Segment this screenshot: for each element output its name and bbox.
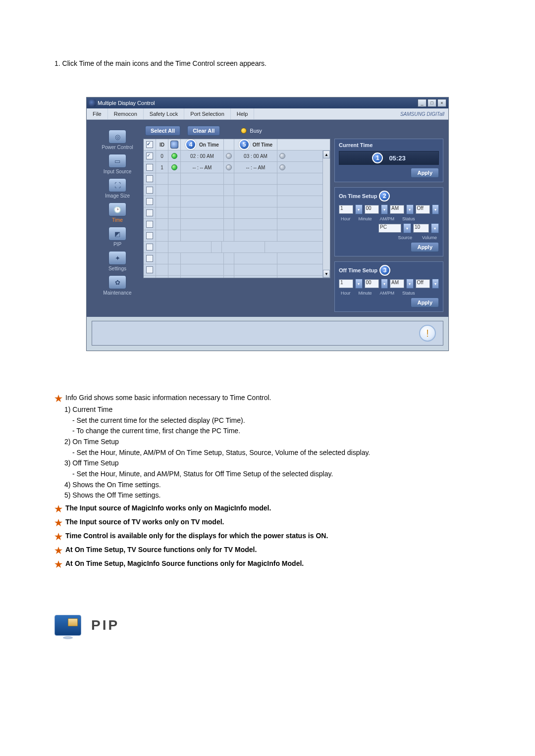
note-magicinfo-source: The Input source of MagicInfo works only…: [65, 504, 271, 512]
image-size-icon: ⛶: [108, 178, 126, 192]
current-time-title: Current Time: [339, 142, 373, 148]
dropdown-icon[interactable]: ▾: [431, 223, 439, 233]
scroll-up-icon[interactable]: ▲: [323, 151, 330, 158]
off-time-setup-panel: Off Time Setup 3 1▾ 00▾ AM▾ Off▾ Hour: [334, 261, 443, 312]
grid-scrollbar[interactable]: ▲ ▼: [322, 151, 330, 278]
row-checkbox[interactable]: [146, 175, 153, 182]
note-current-time-a: - Set the current time for the selected …: [72, 415, 481, 426]
row-checkbox[interactable]: [146, 255, 153, 262]
maintenance-icon: ✿: [108, 275, 126, 289]
row-checkbox[interactable]: [146, 152, 153, 159]
menu-port-selection[interactable]: Port Selection: [184, 108, 230, 119]
note-info-grid: Info Grid shows some basic information n…: [65, 394, 271, 402]
row-checkbox[interactable]: [146, 266, 153, 273]
busy-indicator: Busy: [241, 128, 262, 134]
off-time-hour-input[interactable]: 1: [339, 279, 353, 288]
note-magicinfo-model: At On Time Setup, MagicInfo Source funct…: [65, 559, 304, 567]
status-led-icon: [171, 153, 177, 159]
pip-screen-icon: [54, 615, 81, 636]
select-all-checkbox[interactable]: [146, 141, 153, 148]
clear-all-button[interactable]: Clear All: [187, 126, 220, 136]
dropdown-icon[interactable]: ▾: [406, 279, 413, 289]
column-header-off-time: 5 Off Time: [234, 139, 277, 150]
ampm-label: AM/PM: [380, 291, 395, 296]
row-id: 0: [156, 151, 168, 161]
note-on-time-a: - Set the Hour, Minute, AM/PM of On Time…: [72, 448, 481, 458]
menu-help[interactable]: Help: [231, 108, 255, 119]
close-button[interactable]: ×: [437, 99, 446, 107]
pip-icon: ◩: [108, 227, 126, 241]
minimize-button[interactable]: _: [418, 99, 427, 107]
note-off-time-a: - Set the Hour, Minute, and AM/PM, Statu…: [72, 469, 481, 480]
row-checkbox[interactable]: [146, 164, 153, 171]
row-checkbox[interactable]: [146, 198, 153, 205]
row-checkbox[interactable]: [146, 232, 153, 239]
dropdown-icon[interactable]: ▾: [403, 223, 411, 233]
table-row: [144, 276, 330, 278]
table-row[interactable]: 0 02 : 00 AM 03 : 00 AM: [144, 151, 330, 162]
callout-badge-5: 5: [239, 139, 250, 150]
sidebar-item-settings[interactable]: ✦ Settings: [93, 249, 142, 272]
off-time-title: Off Time Setup: [339, 267, 377, 273]
dropdown-icon[interactable]: ▾: [381, 279, 388, 289]
on-time-status-input[interactable]: Off: [416, 205, 430, 214]
busy-label: Busy: [250, 128, 262, 134]
apply-off-time-button[interactable]: Apply: [411, 298, 439, 307]
star-icon: ★: [54, 392, 62, 406]
table-row: [144, 173, 330, 185]
hour-label: Hour: [341, 216, 351, 221]
on-time-minute-input[interactable]: 00: [365, 205, 379, 214]
sidebar-item-label: Power Control: [102, 145, 133, 150]
on-time-source-input[interactable]: PC: [378, 224, 401, 233]
alert-icon: !: [419, 325, 436, 342]
on-time-ampm-input[interactable]: AM: [390, 205, 404, 214]
row-checkbox[interactable]: [146, 244, 153, 251]
callout-badge-1: 1: [372, 152, 383, 163]
row-ontime: 02 : 00 AM: [181, 151, 224, 161]
row-offtime: 03 : 00 AM: [234, 151, 277, 161]
offtime-status-icon: [279, 164, 285, 170]
sidebar-item-label: Settings: [108, 266, 126, 271]
off-time-status-input[interactable]: Off: [416, 279, 430, 288]
maximize-button[interactable]: □: [428, 99, 436, 107]
sidebar-item-image-size[interactable]: ⛶ Image Size: [93, 176, 142, 200]
ontime-status-icon: [226, 153, 232, 159]
sidebar-item-time[interactable]: 🕑 Time: [93, 201, 142, 224]
row-checkbox[interactable]: [146, 209, 153, 216]
time-icon: 🕑: [108, 202, 126, 216]
menu-file[interactable]: File: [87, 108, 108, 119]
dropdown-icon[interactable]: ▾: [381, 204, 388, 214]
menu-safety-lock[interactable]: Safety Lock: [144, 108, 184, 119]
dropdown-icon[interactable]: ▾: [432, 204, 439, 214]
status-label: Status: [402, 216, 415, 221]
off-time-minute-input[interactable]: 00: [365, 279, 379, 288]
dropdown-icon[interactable]: ▾: [432, 279, 439, 289]
column-header-id: ID: [156, 139, 168, 150]
sidebar-item-pip[interactable]: ◩ PIP: [93, 225, 142, 248]
row-checkbox[interactable]: [146, 187, 153, 194]
sidebar-item-maintenance[interactable]: ✿ Maintenance: [93, 273, 142, 297]
sidebar-item-power-control[interactable]: ◎ Power Control: [93, 128, 142, 151]
status-bar: !: [92, 321, 443, 346]
on-time-volume-input[interactable]: 10: [413, 224, 429, 233]
pip-heading: PIP: [91, 617, 119, 633]
scroll-down-icon[interactable]: ▼: [323, 270, 330, 278]
select-all-button[interactable]: Select All: [145, 126, 180, 136]
status-label: Status: [402, 291, 415, 296]
on-time-title: On Time Setup: [339, 193, 377, 199]
minute-label: Minute: [359, 291, 372, 296]
dropdown-icon[interactable]: ▾: [355, 279, 362, 289]
row-offtime: -- : -- AM: [234, 162, 277, 173]
apply-on-time-button[interactable]: Apply: [411, 242, 439, 252]
table-row[interactable]: 1 -- : -- AM -- : -- AM: [144, 162, 330, 173]
dropdown-icon[interactable]: ▾: [406, 204, 413, 214]
apply-current-time-button[interactable]: Apply: [411, 168, 439, 178]
dropdown-icon[interactable]: ▾: [355, 204, 362, 214]
star-icon: ★: [54, 544, 62, 558]
row-checkbox[interactable]: [146, 221, 153, 228]
menu-remocon[interactable]: Remocon: [108, 108, 144, 119]
sidebar-item-input-source[interactable]: ▭ Input Source: [93, 152, 142, 175]
off-time-ampm-input[interactable]: AM: [390, 279, 404, 288]
on-time-hour-input[interactable]: 1: [339, 205, 353, 214]
info-grid: ID 4 On Time 5 Off Time: [143, 139, 330, 278]
